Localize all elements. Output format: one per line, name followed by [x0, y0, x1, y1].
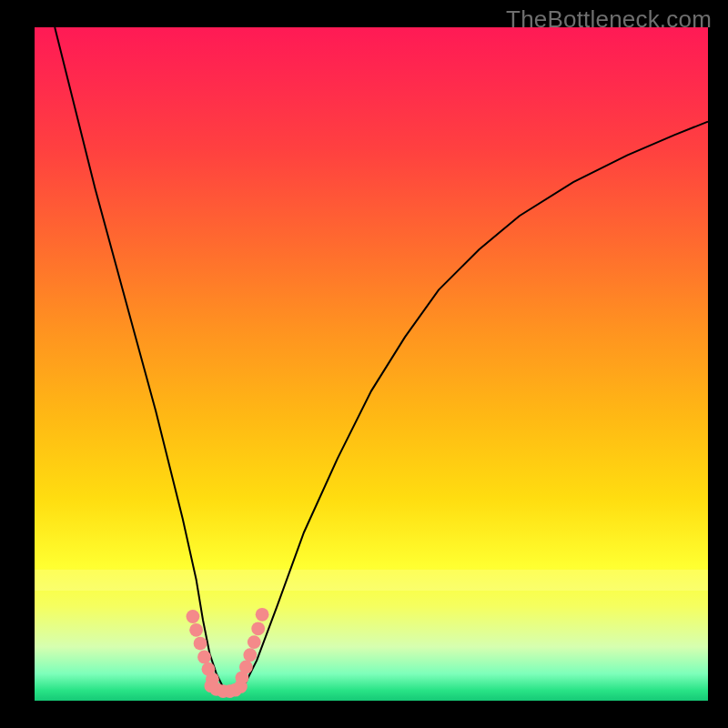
bottleneck-zone-left-dot — [194, 637, 207, 651]
bottleneck-zone-right-dot — [239, 661, 253, 674]
bottleneck-zone-right-dot — [251, 622, 265, 635]
bottleneck-zone-left-dot — [187, 610, 200, 623]
plot-area — [35, 27, 708, 701]
chart-frame: TheBottleneck.com — [0, 0, 728, 728]
bottleneck-zone-right-dot — [256, 608, 269, 622]
bottleneck-zone-left-dot — [197, 651, 211, 664]
curve-main — [55, 27, 708, 694]
chart-svg — [35, 27, 708, 701]
bottleneck-zone-left-dot — [189, 623, 203, 637]
watermark-text: TheBottleneck.com — [506, 5, 712, 34]
bottleneck-zone-right-dot — [243, 648, 257, 662]
bottleneck-zone-right-dot — [248, 635, 261, 649]
